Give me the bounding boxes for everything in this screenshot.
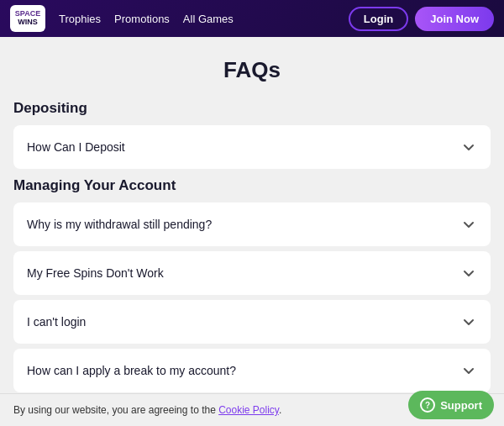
support-icon: ? <box>420 397 435 413</box>
cookie-policy-link[interactable]: Cookie Policy <box>218 404 279 416</box>
section-depositing-title: Depositing <box>13 100 491 117</box>
chevron-down-icon <box>460 265 477 281</box>
navbar: SPACE WINS Trophies Promotions All Games… <box>0 0 504 37</box>
nav-actions: Login Join Now <box>349 7 494 31</box>
faq-item-break-text: How can I apply a break to my account? <box>27 364 236 377</box>
nav-links: Trophies Promotions All Games <box>59 13 335 25</box>
faq-item-withdrawal[interactable]: Why is my withdrawal still pending? <box>13 202 491 246</box>
faq-item-free-spins[interactable]: My Free Spins Don't Work <box>13 251 491 295</box>
chevron-down-icon <box>460 313 477 330</box>
faq-item-free-spins-text: My Free Spins Don't Work <box>27 266 164 280</box>
support-label: Support <box>440 399 482 412</box>
main-content: FAQs Depositing How Can I Deposit Managi… <box>0 37 504 426</box>
join-button[interactable]: Join Now <box>415 7 494 31</box>
page-title: FAQs <box>13 57 491 83</box>
faq-item-withdrawal-text: Why is my withdrawal still pending? <box>27 218 212 231</box>
login-button[interactable]: Login <box>349 7 408 31</box>
chevron-down-icon <box>460 216 477 233</box>
cookie-message: By using our website, you are agreeing t… <box>13 404 218 416</box>
faq-item-login-text: I can't login <box>27 315 86 329</box>
section-managing-title: Managing Your Account <box>13 177 491 194</box>
faq-item-login[interactable]: I can't login <box>13 300 491 344</box>
section-depositing: Depositing How Can I Deposit <box>13 100 491 169</box>
cookie-text: By using our website, you are agreeing t… <box>13 404 473 416</box>
nav-trophies[interactable]: Trophies <box>59 13 101 25</box>
nav-promotions[interactable]: Promotions <box>114 13 170 25</box>
faq-item-deposit-text: How Can I Deposit <box>27 140 125 154</box>
nav-all-games[interactable]: All Games <box>183 13 234 25</box>
chevron-down-icon <box>460 362 477 379</box>
faq-item-deposit[interactable]: How Can I Deposit <box>13 125 491 169</box>
logo[interactable]: SPACE WINS <box>10 5 45 32</box>
logo-line2: WINS <box>18 18 38 27</box>
chevron-down-icon <box>460 139 477 155</box>
support-button[interactable]: ? Support <box>408 391 494 419</box>
section-managing: Managing Your Account Why is my withdraw… <box>13 177 491 426</box>
faq-item-break[interactable]: How can I apply a break to my account? <box>13 349 491 392</box>
